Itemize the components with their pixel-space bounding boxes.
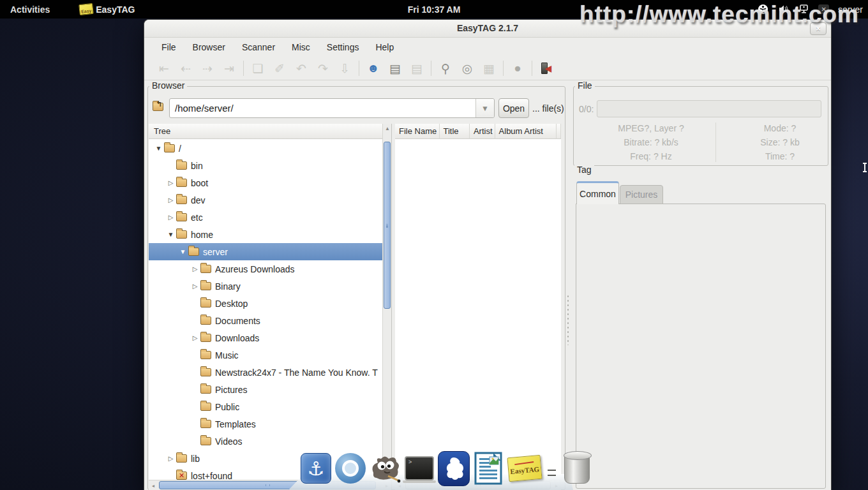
tree-item-public[interactable]: Public [149, 398, 382, 415]
tree-item-etc[interactable]: ▷etc [149, 209, 382, 226]
stop-button[interactable]: ● [507, 59, 528, 77]
scroll-up-arrow[interactable]: ▲ [383, 124, 392, 133]
scan-files-button[interactable]: ❏ [247, 59, 269, 77]
tree-vscroll-thumb[interactable] [384, 142, 391, 309]
tree-item-bin[interactable]: bin [149, 157, 382, 174]
path-dropdown-button[interactable]: ▼ [475, 99, 494, 117]
easytag-icon[interactable]: EasyTAG [507, 452, 542, 485]
expander-open-icon[interactable]: ▼ [165, 231, 176, 238]
tree-item-pictures[interactable]: Pictures [149, 381, 382, 398]
libreoffice-writer-icon[interactable] [472, 452, 504, 485]
tree-column-header[interactable]: Tree [149, 124, 382, 139]
tree-item-downloads[interactable]: ▷Downloads [149, 329, 382, 346]
tree-item-label: Azureus Downloads [215, 264, 295, 274]
go-first-button[interactable]: ⇤ [153, 59, 175, 77]
menu-misc[interactable]: Misc [283, 40, 318, 55]
expander-closed-icon[interactable]: ▷ [165, 214, 176, 221]
tree-item-label: Binary [215, 281, 241, 292]
expander-closed-icon[interactable]: ▷ [190, 283, 200, 290]
all-files-list-button[interactable]: ▤ [384, 59, 406, 77]
expander-closed-icon[interactable]: ▷ [190, 334, 200, 341]
expander-closed-icon[interactable]: ▷ [190, 265, 200, 272]
easytag-window: EasyTAG 2.1.7 × FileBrowserScannerMiscSe… [144, 19, 832, 490]
chromium-icon[interactable] [334, 452, 366, 485]
menu-browser[interactable]: Browser [184, 40, 234, 55]
tree-item-dev[interactable]: ▷dev [149, 191, 382, 209]
file-list-body[interactable] [395, 140, 561, 480]
clock[interactable]: Fri 10:37 AM [0, 4, 868, 15]
status-box-icon[interactable]: ✕ [818, 4, 829, 14]
go-last-button[interactable]: ⇥ [218, 59, 240, 77]
expander-closed-icon[interactable]: ▷ [165, 179, 176, 186]
folder-icon [200, 420, 211, 428]
remove-tags-button[interactable]: ✐ [269, 59, 290, 77]
vuze-icon[interactable] [438, 452, 470, 485]
tree-item-label: server [203, 247, 228, 257]
accessibility-icon[interactable] [757, 4, 768, 15]
cddb-button[interactable]: ◎ [456, 59, 478, 77]
tree-item-label: dev [191, 195, 206, 205]
column-header-album-artist[interactable]: Album Artist [495, 124, 557, 139]
tree-item-music[interactable]: Music [149, 346, 382, 364]
scroll-left-arrow[interactable]: ◂ [149, 481, 158, 490]
redo-button[interactable]: ↷ [312, 59, 334, 77]
menu-help[interactable]: Help [367, 40, 402, 55]
tree-item-desktop[interactable]: Desktop [149, 295, 382, 312]
go-previous-button[interactable]: ⇠ [175, 59, 197, 77]
tree-item-home[interactable]: ▼home [149, 226, 382, 243]
tree-item-binary[interactable]: ▷Binary [149, 278, 382, 295]
close-button[interactable]: × [810, 22, 827, 35]
file-list-header: File NameTitleArtistAlbum Artist [395, 124, 561, 139]
menu-scanner[interactable]: Scanner [234, 40, 283, 55]
pane-splitter-handle[interactable] [567, 294, 569, 345]
column-header-title[interactable]: Title [440, 124, 470, 139]
user-menu[interactable]: server [838, 4, 863, 15]
tree-item-label: Templates [215, 419, 256, 429]
input-source-icon[interactable] [798, 4, 809, 15]
open-button[interactable]: Open [498, 98, 529, 118]
menu-settings[interactable]: Settings [318, 40, 368, 55]
column-header-root[interactable] [557, 124, 561, 139]
tree-item-server[interactable]: ▼server [149, 243, 382, 260]
volume-icon[interactable] [777, 4, 789, 15]
filename-field[interactable] [597, 100, 821, 117]
gimp-icon[interactable] [369, 452, 401, 485]
expander-closed-icon[interactable]: ▷ [165, 455, 176, 462]
file-list-panel: File NameTitleArtistAlbum Artist ◂ ▸ [395, 124, 561, 490]
title-bar[interactable]: EasyTAG 2.1.7 × [144, 20, 831, 38]
folder-icon [200, 265, 211, 273]
tree-item-azureus-downloads[interactable]: ▷Azureus Downloads [149, 260, 382, 278]
tab-pictures[interactable]: Pictures [620, 185, 663, 204]
tree-item-boot[interactable]: ▷boot [149, 174, 382, 191]
menu-file[interactable]: File [153, 40, 184, 55]
tree-item-templates[interactable]: Templates [149, 415, 382, 433]
column-header-artist[interactable]: Artist [470, 124, 495, 139]
trash-icon[interactable] [561, 452, 593, 485]
docky-anchor-icon[interactable]: ⚓ [300, 452, 332, 485]
search-button[interactable]: ⚲ [435, 59, 456, 77]
artist-album-view-button[interactable]: ☻ [363, 59, 384, 77]
parent-folder-icon[interactable]: ↰ [153, 102, 168, 115]
tree-item-label: Music [215, 350, 239, 360]
sorted-files-list-button[interactable]: ▤ [406, 59, 428, 77]
folder-icon [200, 351, 211, 359]
quit-button[interactable]: ◀ [535, 59, 557, 77]
tab-common[interactable]: Common [576, 181, 619, 204]
tree-item-newstrack24x7-the-name-you-know-t[interactable]: Newstrack24x7 - The Name You Know. T [149, 364, 382, 381]
expander-closed-icon[interactable]: ▷ [165, 197, 176, 204]
folder-no-access-icon: ✕ [176, 471, 187, 480]
expander-open-icon[interactable]: ▼ [177, 248, 188, 255]
folder-icon [164, 144, 175, 152]
up-arrow-icon: ↰ [156, 100, 162, 108]
tree-item-root[interactable]: ▼/ [149, 140, 382, 157]
undo-button[interactable]: ↶ [290, 59, 312, 77]
save-files-button[interactable]: ⇩ [334, 59, 355, 77]
tree-item-documents[interactable]: Documents [149, 312, 382, 329]
go-next-button[interactable]: ⇢ [197, 59, 218, 77]
tree-vertical-scrollbar[interactable]: ▲ ▼ [382, 124, 391, 480]
expander-open-icon[interactable]: ▼ [153, 145, 164, 152]
terminal-icon[interactable] [403, 452, 435, 485]
column-header-file-name[interactable]: File Name [395, 124, 440, 139]
process-fields-button[interactable]: ▦ [478, 59, 500, 77]
path-input[interactable] [170, 99, 475, 117]
